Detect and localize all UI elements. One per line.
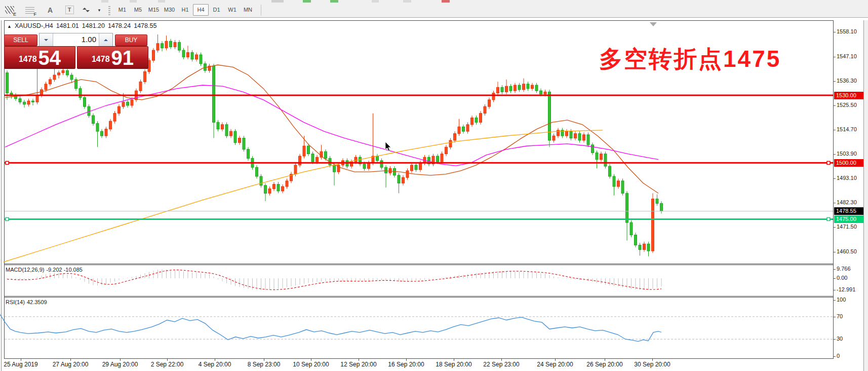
macd-axis-tick — [834, 269, 836, 270]
timeframe-button-MN[interactable]: MN — [240, 4, 256, 16]
timeframe-button-H1[interactable]: H1 — [177, 4, 193, 16]
macd-axis-tick — [834, 278, 836, 279]
date-axis-label[interactable]: 25 Aug 2019 — [4, 361, 37, 368]
price-axis-label: 1482.30 — [837, 199, 857, 205]
current-price-badge: 1478.55 — [834, 207, 863, 215]
symbol-period-label: XAUUSD-,H4 — [15, 22, 53, 29]
date-axis-label[interactable]: 16 Sep 20:00 — [388, 361, 424, 368]
timeframe-button-H4[interactable]: H4 — [193, 4, 209, 16]
volume-decrease-button[interactable] — [40, 33, 53, 46]
price-axis-tick — [834, 32, 836, 32]
buy-price-minor: 91 — [111, 49, 134, 67]
down-arrow-icon — [44, 39, 48, 43]
rsi-axis-label: 70 — [837, 313, 843, 319]
date-axis-label[interactable]: 26 Sep 20:00 — [586, 361, 622, 368]
date-axis-label[interactable]: 8 Sep 23:00 — [248, 361, 281, 368]
macd-panel-bottom-border[interactable] — [4, 296, 834, 296]
date-axis-label[interactable]: 10 Sep 20:00 — [293, 361, 329, 368]
timeframe-toolbar: M1M5M15M30H1H4D1W1MN — [114, 4, 256, 16]
price-axis-label: 1547.10 — [837, 53, 857, 59]
rsi-axis-tick — [834, 300, 836, 301]
right-scroll-strip[interactable] — [863, 20, 868, 371]
buy-button[interactable]: BUY — [115, 34, 147, 46]
rsi-level-lines — [5, 317, 833, 339]
date-axis-label[interactable]: 18 Sep 20:00 — [436, 361, 471, 368]
timeframe-button-D1[interactable]: D1 — [209, 4, 224, 16]
date-axis-label[interactable]: 4 Sep 20:00 — [199, 361, 231, 368]
buy-price-major: 1478 — [92, 52, 110, 67]
price-axis-label: 1503.90 — [837, 151, 857, 157]
volume-increase-button[interactable] — [99, 33, 112, 46]
date-axis-label[interactable]: 29 Aug 20:00 — [102, 361, 138, 368]
crosshatch-expert-icon[interactable]: E — [3, 4, 16, 16]
macd-indicator-label: MACD(12,26,9)-9.202 -10.085 — [6, 267, 85, 273]
timeframe-button-M5[interactable]: M5 — [130, 4, 146, 16]
sell-price-minor: 54 — [38, 49, 61, 67]
price-axis-label: 1514.70 — [837, 126, 857, 132]
date-axis-label[interactable]: 2 Sep 22:00 — [151, 361, 184, 368]
date-axis-label[interactable]: 27 Aug 20:00 — [53, 361, 89, 368]
rsi-canvas[interactable] — [0, 297, 834, 358]
dropdown-caret-icon[interactable]: ▾ — [96, 4, 102, 16]
toolbar-drag-handle[interactable] — [108, 5, 110, 15]
text-label-icon[interactable]: T — [63, 4, 76, 16]
date-axis-label[interactable]: 12 Sep 20:00 — [340, 361, 376, 368]
rsi-axis-tick — [834, 317, 836, 317]
price-axis-label: 1525.50 — [837, 102, 857, 108]
rsi-axis-label: 0 — [837, 353, 840, 359]
timeframe-button-W1[interactable]: W1 — [224, 4, 240, 16]
timeframe-button-M1[interactable]: M1 — [114, 4, 130, 16]
quote-low: 1478.24 — [108, 22, 131, 29]
one-click-trading-panel: SELL 1.00 BUY 1478 54 1478 91 — [4, 30, 150, 70]
macd-histogram — [7, 269, 661, 290]
date-axis-label[interactable]: 24 Sep 20:00 — [537, 361, 573, 368]
volume-input[interactable]: 1.00 — [53, 33, 99, 46]
chart-shift-marker[interactable] — [650, 22, 657, 30]
date-axis-label[interactable]: 22 Sep 23:00 — [483, 361, 519, 368]
arrange-arrows-icon[interactable] — [82, 4, 95, 16]
up-arrow-icon — [104, 37, 108, 41]
price-axis-tick — [834, 178, 836, 179]
price-axis-label: 1493.10 — [837, 175, 857, 181]
up-triangle — [83, 6, 87, 10]
grid-glyph — [25, 7, 34, 14]
rsi-axis-label: 100 — [837, 296, 846, 303]
price-axis-label: 1558.10 — [837, 28, 857, 34]
rsi-axis-tick — [834, 339, 836, 340]
fibonacci-grid-icon[interactable]: F — [23, 4, 36, 16]
rsi-panel-bottom-border — [4, 358, 834, 359]
icon-letter: T — [65, 6, 74, 14]
price-axis-tick — [834, 105, 836, 106]
price-axis-tick — [834, 81, 836, 82]
quote-open: 1481.01 — [56, 22, 79, 29]
main-panel-bottom-border[interactable] — [4, 264, 834, 264]
toolbar: E F A T ▾ M1M5M15M30H1H4D1W1MN — [0, 0, 868, 18]
sell-button[interactable]: SELL — [4, 34, 37, 46]
price-axis-label: 1536.30 — [837, 78, 857, 84]
rsi-indicator-label: RSI(14)42.3509 — [6, 299, 49, 305]
price-level-badge: 1475.00 — [834, 215, 863, 223]
price-axis-tick — [834, 203, 836, 203]
quote-close: 1478.55 — [134, 22, 156, 29]
timeframe-button-M15[interactable]: M15 — [146, 4, 162, 16]
volume-spinner: 1.00 — [39, 33, 113, 47]
macd-axis-label: 0.00 — [837, 275, 847, 281]
price-axis-label: 1471.50 — [837, 224, 857, 230]
rsi-line — [0, 314, 661, 341]
macd-canvas[interactable] — [0, 265, 834, 296]
price-axis-tick — [834, 130, 836, 130]
chart-text-annotation[interactable]: 多空转折点1475 — [599, 44, 781, 75]
price-level-badge: 1530.00 — [834, 92, 863, 99]
rsi-axis-label: 30 — [837, 336, 843, 342]
price-axis-tick — [834, 252, 836, 252]
price-level-badge: 1500.00 — [834, 159, 863, 167]
buy-price-display[interactable]: 1478 91 — [77, 46, 148, 69]
down-triangle — [86, 10, 90, 14]
timeframe-button-M30[interactable]: M30 — [162, 4, 177, 16]
horizontal-levels-layer[interactable] — [5, 95, 833, 220]
text-annotation-icon[interactable]: A — [44, 4, 57, 16]
sell-price-display[interactable]: 1478 54 — [4, 46, 75, 69]
icon-letter: E — [13, 12, 16, 17]
date-axis-label[interactable]: 30 Sep 20:00 — [634, 361, 670, 368]
one-click-collapse-icon[interactable]: ▲ — [7, 24, 12, 29]
